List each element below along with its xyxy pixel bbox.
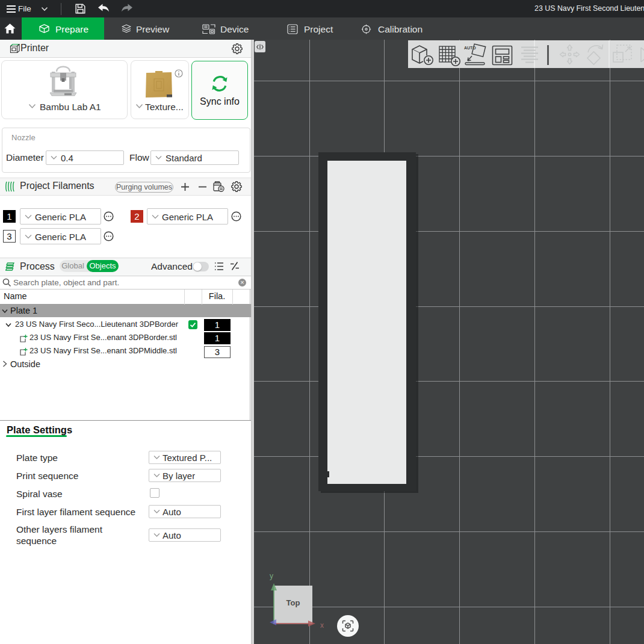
svg-text:AUTO: AUTO: [464, 46, 476, 50]
